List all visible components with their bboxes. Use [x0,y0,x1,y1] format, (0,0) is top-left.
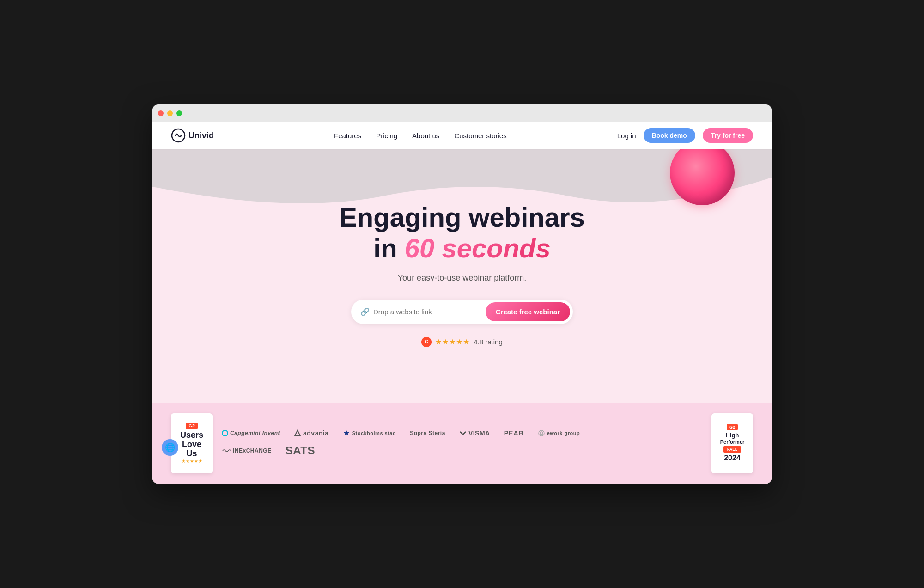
minimize-dot[interactable] [167,110,173,116]
sats-logo: SATS [286,444,315,457]
logos-row-bottom: INExCHANGE SATS [222,444,702,457]
capgemini-logo: Capgemini Invent [222,430,280,436]
rating-row: G ★★★★★ 4.8 rating [421,337,503,347]
nav-link-about[interactable]: About us [412,132,439,140]
hp-season: FALL [723,446,742,453]
hp-title: High [726,432,739,439]
logo-icon [171,128,186,143]
hp-year: 2024 [724,454,741,462]
link-icon: 🔗 [360,307,370,316]
stockholm-icon [343,429,350,437]
hero-subtitle: Your easy-to-use webinar platform. [398,273,526,283]
hero-title-prefix: in [373,233,405,263]
g2-small-badge: G [421,337,432,347]
hero-title-italic: 60 seconds [405,233,551,263]
logos-strip: G2 Users Love Us ★★★★★ Capgemini Invent [152,403,772,484]
advania-logo: advania [294,429,329,437]
nav-link-features[interactable]: Features [334,132,361,140]
nav-actions: Log in Book demo Try for free [617,128,753,143]
advania-icon [294,429,301,437]
hero-input-row: 🔗 Create free webinar [351,300,573,324]
company-logos: Capgemini Invent advania Stockholms stad [222,429,702,457]
users-love-us-title: Users Love Us [180,431,203,458]
inexchange-icon [222,448,231,453]
hero-section: Engaging webinars in 60 seconds Your eas… [152,149,772,400]
capgemini-icon [222,430,228,436]
high-performer-badge: G2 High Performer FALL 2024 [711,413,753,473]
logo-text: Univid [188,131,214,141]
sopra-logo: Sopra Steria [410,430,445,436]
svg-point-3 [539,430,544,436]
website-link-input[interactable] [373,308,486,316]
visma-icon [459,429,467,437]
badge-stars: ★★★★★ [182,459,202,464]
peab-logo: PEAB [504,429,524,437]
badge-line2: Love [182,440,201,449]
page-content: Univid Features Pricing About us Custome… [152,122,772,484]
g2-label: G2 [186,423,197,429]
hero-title-line1: Engaging webinars [339,202,585,232]
login-button[interactable]: Log in [617,132,636,140]
svg-marker-2 [295,430,300,436]
visma-logo: VISMA [459,429,490,437]
maximize-dot[interactable] [176,110,182,116]
browser-chrome [152,104,772,122]
book-demo-button[interactable]: Book demo [644,128,695,143]
browser-frame: Univid Features Pricing About us Custome… [152,104,772,484]
logo[interactable]: Univid [171,128,214,143]
rating-text: 4.8 rating [474,338,503,346]
logos-row-top: Capgemini Invent advania Stockholms stad [222,429,702,437]
nav-link-pricing[interactable]: Pricing [376,132,397,140]
navigation: Univid Features Pricing About us Custome… [152,122,772,149]
badge-line3: Us [186,449,197,458]
nav-link-customers[interactable]: Customer stories [454,132,506,140]
star-rating: ★★★★★ [435,337,470,346]
ework-icon [538,429,545,437]
create-webinar-button[interactable]: Create free webinar [486,302,570,321]
try-free-button[interactable]: Try for free [703,128,753,143]
close-dot[interactable] [158,110,164,116]
svg-point-1 [222,430,228,436]
hero-title: Engaging webinars in 60 seconds [339,202,585,263]
ework-logo: ework group [538,429,580,437]
inexchange-logo: INExCHANGE [222,447,272,454]
nav-links: Features Pricing About us Customer stori… [334,132,507,140]
hp-subtitle: Performer [720,439,745,445]
stockholm-logo: Stockholms stad [343,429,396,437]
badge-line1: Users [180,430,203,440]
globe-icon[interactable]: 🌐 [162,439,178,456]
svg-point-4 [540,432,543,435]
hp-g2-label: G2 [727,424,738,430]
